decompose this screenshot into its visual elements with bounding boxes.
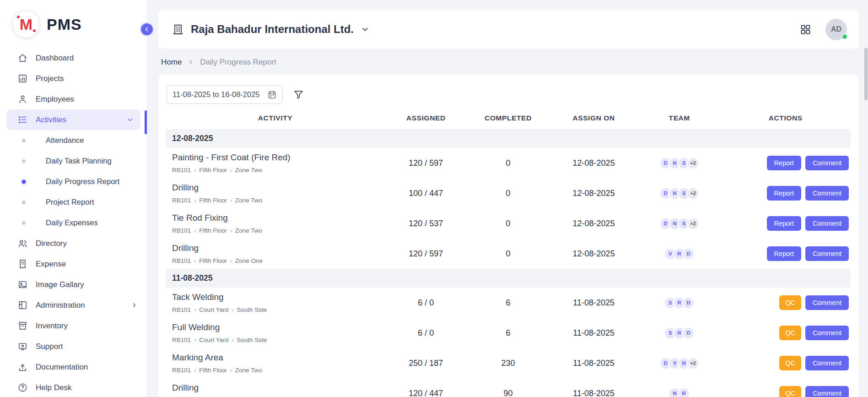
table-row: DrillingRB101›Fifth Floor›Zone Two100 / …	[166, 178, 851, 208]
comment-button[interactable]: Comment	[805, 186, 849, 201]
table-header-row: ACTIVITYASSIGNEDCOMPLETEDASSIGN ONTEAMAC…	[166, 106, 851, 129]
activity-cell: DrillingRB101›Fifth Floor›Zone Two	[166, 178, 385, 208]
main-area: Raja Bahadur International Ltd. AD Home …	[147, 0, 868, 397]
directory-icon	[17, 238, 28, 249]
sidebar-subitem-label: Project Report	[46, 198, 94, 207]
top-header: Raja Bahadur International Ltd. AD	[158, 10, 859, 49]
expense-icon	[17, 259, 28, 269]
comment-button[interactable]: Comment	[805, 246, 849, 261]
team-cell: DNS+2	[638, 208, 721, 239]
apps-grid-icon[interactable]	[799, 23, 812, 36]
calendar-icon[interactable]	[267, 90, 277, 99]
sidebar-item-label: Help Desk	[36, 383, 71, 392]
sidebar-item-employees[interactable]: Employees	[0, 89, 147, 109]
assign-on-cell: 11-08-2025	[549, 378, 638, 397]
documentation-icon	[17, 362, 28, 372]
breadcrumb-home[interactable]: Home	[161, 58, 182, 67]
activity-location-path: RB101›Fifth Floor›Zone Two	[172, 367, 382, 374]
sidebar-subitem-project-report[interactable]: Project Report	[0, 192, 147, 212]
report-button[interactable]: Report	[767, 156, 802, 170]
activity-location-path: RB101›Fifth Floor›Zone Two	[172, 227, 382, 234]
team-avatars: SRD	[641, 297, 718, 309]
qc-button[interactable]: QC	[779, 356, 801, 370]
path-segment: South Side	[237, 306, 267, 313]
chevron-right-icon: ›	[194, 167, 196, 174]
table-row: DrillingRB101›Fifth Floor›Zone Two120 / …	[166, 378, 851, 397]
sidebar-item-documentation[interactable]: Documentation	[0, 357, 147, 377]
activity-location-path: RB101›Court Yard›South Side	[172, 337, 382, 343]
sidebar-item-expense[interactable]: Expense	[0, 254, 147, 274]
sidebar-item-help-desk[interactable]: Help Desk	[0, 377, 147, 397]
team-member-avatar: D	[682, 248, 695, 260]
sidebar-item-directory[interactable]: Directory	[0, 233, 147, 254]
filter-funnel-icon[interactable]	[293, 89, 304, 100]
team-extra-count[interactable]: +2	[687, 218, 699, 230]
sidebar-item-activities[interactable]: Activities	[6, 109, 140, 130]
comment-button[interactable]: Comment	[805, 216, 849, 231]
team-cell: NR	[638, 378, 721, 397]
comment-button[interactable]: Comment	[805, 386, 849, 397]
sidebar-item-image-gallary[interactable]: Image Gallary	[0, 274, 147, 295]
path-segment: Zone Two	[235, 167, 262, 174]
comment-button[interactable]: Comment	[805, 295, 849, 310]
date-range-input[interactable]: 11-08-2025 to 16-08-2025	[167, 85, 283, 104]
sidebar-subitem-daily-expenses[interactable]: Daily Expenses	[0, 212, 147, 233]
path-segment: Fifth Floor	[199, 227, 227, 234]
activity-location-path: RB101›Fifth Floor›Zone Two	[172, 197, 382, 204]
date-group-label: 12-08-2025	[166, 129, 851, 148]
actions-cell: QCComment	[721, 348, 851, 378]
sidebar-subitem-attendance[interactable]: Attendance	[0, 130, 147, 151]
activity-cell: Painting - First Coat (Fire Red)RB101›Fi…	[166, 148, 385, 178]
chevron-right-icon: ›	[232, 307, 233, 313]
sidebar-subitem-daily-task-planning[interactable]: Daily Task Planning	[0, 151, 147, 171]
chevron-right-icon: ›	[194, 307, 196, 313]
sidebar-item-support[interactable]: Support	[0, 336, 147, 357]
comment-button[interactable]: Comment	[805, 356, 849, 370]
team-cell: DVN+2	[638, 348, 721, 378]
help-desk-icon	[17, 382, 28, 393]
sidebar-item-administration[interactable]: Administration	[0, 295, 147, 315]
bullet-dot-icon	[22, 159, 26, 163]
report-button[interactable]: Report	[767, 186, 802, 201]
qc-button[interactable]: QC	[779, 326, 801, 340]
column-header-team: TEAM	[638, 106, 721, 129]
team-extra-count[interactable]: +2	[687, 357, 699, 370]
path-segment: Fifth Floor	[199, 167, 227, 174]
path-segment: RB101	[172, 257, 191, 264]
assigned-cell: 250 / 187	[385, 348, 467, 378]
progress-report-table: ACTIVITYASSIGNEDCOMPLETEDASSIGN ONTEAMAC…	[166, 106, 851, 397]
completed-cell: 230	[467, 348, 550, 378]
completed-cell: 0	[467, 239, 550, 269]
team-extra-count[interactable]: +2	[687, 157, 699, 169]
qc-button[interactable]: QC	[779, 386, 801, 397]
assign-on-cell: 12-08-2025	[549, 239, 638, 269]
activity-name: Marking Area	[172, 353, 382, 363]
team-extra-count[interactable]: +2	[687, 187, 699, 200]
team-avatars: DNS+2	[641, 157, 718, 169]
sidebar-item-dashboard[interactable]: Dashboard	[0, 48, 147, 68]
sidebar-collapse-button[interactable]	[140, 22, 154, 37]
sidebar-item-label: Directory	[36, 239, 67, 248]
path-segment: RB101	[172, 367, 191, 374]
comment-button[interactable]: Comment	[805, 326, 849, 340]
sidebar-subitem-daily-progress-report[interactable]: Daily Progress Report	[0, 171, 147, 192]
page-scrollbar[interactable]	[864, 48, 868, 100]
comment-button[interactable]: Comment	[805, 156, 849, 170]
column-header-assigned: ASSIGNED	[385, 106, 467, 129]
path-segment: RB101	[172, 197, 191, 204]
logo-m-icon: M	[13, 11, 39, 38]
path-segment: Fifth Floor	[199, 197, 227, 204]
sidebar-item-projects[interactable]: Projects	[0, 68, 147, 89]
sidebar-item-inventory[interactable]: Inventory	[0, 315, 147, 336]
content-card: 11-08-2025 to 16-08-2025 ACTIVITYASSIGNE…	[158, 74, 859, 397]
activity-name: Painting - First Coat (Fire Red)	[172, 152, 382, 163]
assign-on-cell: 11-08-2025	[549, 288, 638, 318]
report-button[interactable]: Report	[767, 246, 802, 261]
activity-name: Tie Rod Fixing	[172, 213, 382, 223]
company-selector[interactable]: Raja Bahadur International Ltd.	[172, 23, 370, 36]
path-segment: Zone Two	[235, 367, 262, 374]
report-button[interactable]: Report	[767, 216, 802, 231]
user-avatar[interactable]: AD	[825, 19, 847, 40]
qc-button[interactable]: QC	[779, 295, 801, 310]
assigned-cell: 120 / 597	[385, 148, 467, 178]
